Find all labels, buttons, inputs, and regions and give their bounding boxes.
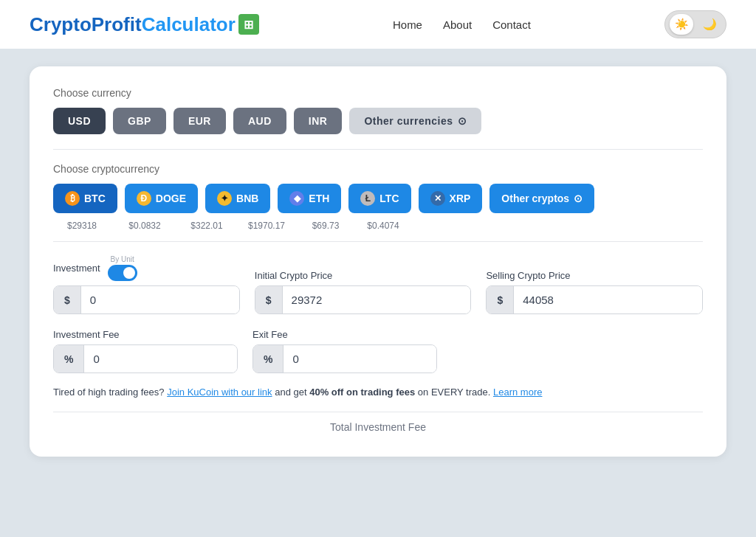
crypto-prices-row: $29318 $0.0832 $322.01 $1970.17 $69.73 $… — [53, 218, 703, 231]
logo-profit: Profit — [92, 13, 142, 36]
learn-more-link[interactable]: Learn more — [493, 387, 542, 398]
currency-btn-other[interactable]: Other currencies ⊙ — [349, 108, 481, 134]
exit-fee-input-group: % — [252, 344, 437, 373]
investment-input[interactable] — [81, 286, 239, 313]
nav-home[interactable]: Home — [393, 18, 422, 31]
promo-middle: and get — [275, 387, 309, 398]
ltc-label: LTC — [379, 193, 399, 204]
promo-bold: 40% off on trading fees — [309, 387, 415, 398]
selling-price-prefix: $ — [487, 286, 514, 313]
bnb-price: $322.01 — [179, 221, 230, 231]
nav-about[interactable]: About — [443, 18, 472, 31]
investment-fee-input[interactable] — [84, 345, 237, 373]
navbar: CryptoProfitCalculator ⊞ Home About Cont… — [0, 0, 756, 49]
currency-btn-inr[interactable]: INR — [294, 108, 343, 134]
eth-icon: ◆ — [289, 191, 304, 206]
total-investment-fee-label: Total Investment Fee — [53, 412, 703, 433]
crypto-btn-ltc[interactable]: Ł LTC — [348, 184, 410, 213]
investment-fee-input-group: % — [53, 344, 238, 373]
by-unit-toggle[interactable] — [108, 265, 137, 281]
crypto-chevron-icon: ⊙ — [574, 193, 583, 204]
dark-mode-button[interactable]: 🌙 — [698, 14, 721, 35]
crypto-btn-bnb[interactable]: ✦ BNB — [205, 184, 270, 213]
crypto-btn-eth[interactable]: ◆ ETH — [278, 184, 341, 213]
exit-fee-label: Exit Fee — [252, 329, 437, 340]
exit-fee-prefix: % — [253, 345, 284, 373]
calculator-card: Choose currency USD GBP EUR AUD INR Othe… — [30, 66, 726, 457]
eth-price: $1970.17 — [238, 221, 291, 231]
exit-fee-input[interactable] — [284, 345, 436, 373]
currency-btn-aud[interactable]: AUD — [233, 108, 286, 134]
main-content: Choose currency USD GBP EUR AUD INR Othe… — [0, 49, 756, 474]
selling-price-input-group: $ — [486, 285, 703, 314]
currency-btn-eur[interactable]: EUR — [173, 108, 226, 134]
crypto-buttons: ₿ BTC Ð DOGE ✦ BNB ◆ ETH Ł LTC ✕ XRP — [53, 184, 703, 213]
investment-fee-label: Investment Fee — [53, 329, 238, 340]
nav-contact[interactable]: Contact — [492, 18, 531, 31]
doge-label: DOGE — [156, 193, 186, 204]
initial-price-group: Initial Crypto Price $ — [255, 270, 472, 314]
xrp-icon: ✕ — [430, 191, 445, 206]
doge-price: $0.0832 — [112, 221, 171, 231]
ltc-icon: Ł — [360, 191, 375, 206]
xrp-label: XRP — [450, 193, 471, 204]
bnb-label: BNB — [236, 193, 258, 204]
btc-icon: ₿ — [65, 191, 80, 206]
bnb-icon: ✦ — [217, 191, 232, 206]
eth-label: ETH — [309, 193, 329, 204]
other-currencies-label: Other currencies — [364, 115, 453, 127]
btc-price: $29318 — [53, 221, 105, 231]
crypto-btn-doge[interactable]: Ð DOGE — [125, 184, 198, 213]
light-mode-button[interactable]: ☀️ — [670, 14, 693, 35]
initial-price-label: Initial Crypto Price — [255, 270, 472, 281]
logo: CryptoProfitCalculator ⊞ — [30, 13, 259, 36]
investment-fee-prefix: % — [54, 345, 84, 373]
other-cryptos-label: Other cryptos — [501, 193, 569, 204]
crypto-label: Choose cryptocurrency — [53, 163, 703, 175]
currency-btn-gbp[interactable]: GBP — [113, 108, 166, 134]
investment-fee-group: Investment Fee % — [53, 329, 238, 373]
promo-text: Tired of high trading fees? Join KuCoin … — [53, 385, 703, 400]
crypto-btn-xrp[interactable]: ✕ XRP — [419, 184, 483, 213]
btc-label: BTC — [84, 193, 106, 204]
currency-btn-usd[interactable]: USD — [53, 108, 106, 134]
crypto-btn-btc[interactable]: ₿ BTC — [53, 184, 117, 213]
logo-crypto: Crypto — [30, 13, 92, 36]
selling-price-group: Selling Crypto Price $ — [486, 270, 703, 314]
exit-fee-group: Exit Fee % — [252, 329, 437, 373]
inputs-section: Investment By Unit $ Initial Crypto Pric… — [53, 255, 703, 433]
divider-1 — [53, 149, 703, 150]
logo-calculator: Calculator — [142, 13, 236, 36]
divider-2 — [53, 241, 703, 242]
theme-toggle: ☀️ 🌙 — [664, 10, 726, 38]
initial-price-input-group: $ — [255, 285, 472, 314]
investment-input-group: $ — [53, 285, 240, 314]
initial-price-input[interactable] — [283, 286, 471, 313]
xrp-price: $0.4074 — [356, 221, 406, 231]
logo-icon: ⊞ — [238, 14, 259, 35]
currency-label: Choose currency — [53, 87, 703, 99]
chevron-down-icon: ⊙ — [458, 115, 467, 127]
investment-label: Investment — [53, 263, 100, 274]
selling-price-input[interactable] — [514, 286, 702, 313]
investment-prefix: $ — [54, 286, 81, 313]
crypto-btn-other[interactable]: Other cryptos ⊙ — [489, 184, 594, 213]
promo-link[interactable]: Join KuCoin with our link — [167, 387, 272, 398]
ltc-price: $69.73 — [298, 221, 348, 231]
doge-icon: Ð — [137, 191, 151, 206]
selling-price-label: Selling Crypto Price — [486, 270, 703, 281]
currency-buttons: USD GBP EUR AUD INR Other currencies ⊙ — [53, 108, 703, 134]
by-unit-label: By Unit — [110, 255, 134, 263]
promo-after: on EVERY trade. — [418, 387, 493, 398]
nav-links: Home About Contact — [393, 18, 531, 31]
promo-before: Tired of high trading fees? — [53, 387, 165, 398]
initial-price-prefix: $ — [255, 286, 283, 313]
